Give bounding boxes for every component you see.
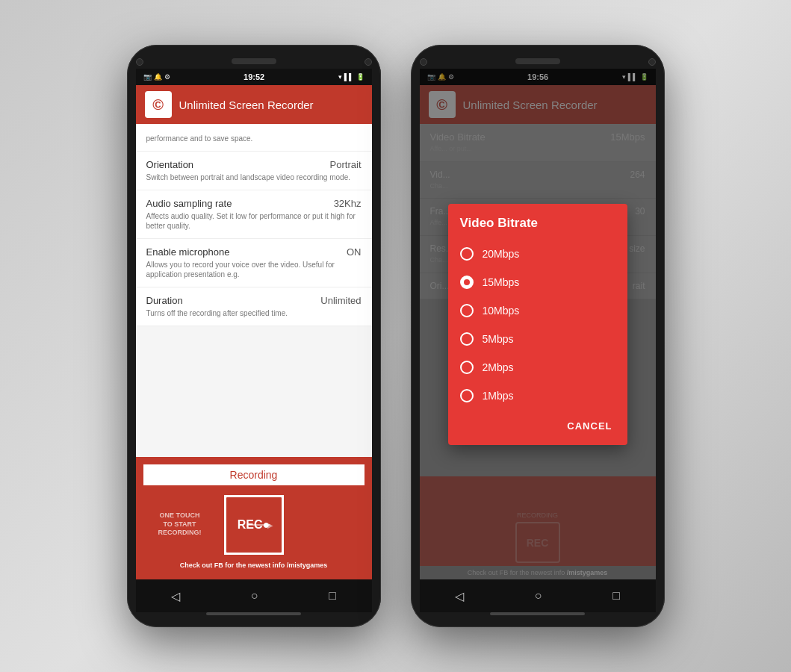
- duration-title: Duration: [146, 295, 183, 306]
- bitrate-dialog: Video Bitrate 20Mbps 15Mbps 10Mbps 5Mbps: [448, 204, 627, 445]
- corner-br: [275, 546, 284, 555]
- orientation-value: Portrait: [330, 159, 362, 170]
- radio-20mbps[interactable]: [460, 247, 474, 261]
- audio-value: 32Khz: [334, 198, 362, 209]
- front-camera: [136, 58, 143, 66]
- option-2mbps-label: 2Mbps: [483, 361, 514, 373]
- settings-orientation[interactable]: Orientation Portrait Switch between port…: [136, 152, 372, 190]
- phone-1: 📷 🔔 ⚙ 19:52 ▾ ▌▌ 🔋 © Unlimited Screen Re…: [127, 45, 381, 627]
- dialog-option-15mbps[interactable]: 15Mbps: [448, 268, 627, 296]
- orientation-desc: Switch between portrait and landscape vi…: [146, 172, 362, 182]
- rec-button[interactable]: REC●: [224, 495, 284, 555]
- status-time-1: 19:52: [243, 72, 264, 81]
- settings-audio[interactable]: Audio sampling rate 32Khz Affects audio …: [136, 190, 372, 239]
- recording-area-1: Recording ONE TOUCH TO START RECORDING! …: [136, 457, 372, 579]
- front-camera-4: [648, 58, 656, 66]
- radio-15mbps[interactable]: [460, 276, 474, 289]
- nav-bar-1: ◁ ○ □: [136, 579, 372, 612]
- settings-icon: ⚙: [164, 73, 170, 81]
- front-camera-3: [420, 58, 427, 66]
- dialog-title: Video Bitrate: [448, 216, 627, 240]
- cancel-button[interactable]: CANCEL: [561, 416, 618, 436]
- screen-2: 📷 🔔 ⚙ 19:56 ▾ ▌▌ 🔋 © Unlimited Screen Re…: [420, 69, 656, 579]
- back-button-1[interactable]: ◁: [171, 589, 180, 603]
- dialog-option-10mbps[interactable]: 10Mbps: [448, 296, 627, 325]
- speaker-2: [515, 58, 560, 64]
- mic-desc: Allows you to record your voice over the…: [146, 260, 362, 279]
- perf-text-item: performance and to save space.: [136, 124, 372, 152]
- settings-duration[interactable]: Duration Unlimited Turns off the recordi…: [136, 287, 372, 326]
- signal-icon: ▌▌: [344, 73, 354, 81]
- home-button-2[interactable]: ○: [535, 589, 542, 603]
- recording-tab-label: Recording: [230, 469, 278, 481]
- notification-icon: 🔔: [154, 73, 162, 81]
- status-icons-left: 📷 🔔 ⚙: [143, 73, 170, 81]
- home-indicator-1: [206, 612, 300, 615]
- radio-10mbps[interactable]: [460, 304, 474, 317]
- status-bar-1: 📷 🔔 ⚙ 19:52 ▾ ▌▌ 🔋: [136, 69, 372, 85]
- battery-icon: 🔋: [356, 73, 365, 81]
- duration-value: Unlimited: [320, 295, 361, 306]
- perf-text: performance and to save space.: [146, 134, 362, 143]
- dialog-option-20mbps[interactable]: 20Mbps: [448, 240, 627, 268]
- rec-label: REC●: [238, 518, 270, 532]
- speaker: [232, 58, 276, 64]
- option-10mbps-label: 10Mbps: [483, 305, 520, 317]
- dialog-option-1mbps[interactable]: 1Mbps: [448, 382, 627, 410]
- option-20mbps-label: 20Mbps: [483, 248, 520, 260]
- mic-value: ON: [347, 246, 362, 258]
- status-icons-right: ▾ ▌▌ 🔋: [338, 73, 365, 81]
- footer-text-1: Check out FB for the newest info: [180, 561, 287, 569]
- orientation-title: Orientation: [146, 159, 194, 170]
- radio-2mbps[interactable]: [460, 361, 474, 374]
- wifi-icon: ▾: [338, 73, 342, 81]
- corner-tr: [275, 495, 284, 504]
- recents-button-2[interactable]: □: [612, 589, 620, 603]
- dialog-overlay: Video Bitrate 20Mbps 15Mbps 10Mbps 5Mbps: [420, 69, 656, 579]
- app-header-1: © Unlimited Screen Recorder: [136, 85, 372, 124]
- dialog-option-5mbps[interactable]: 5Mbps: [448, 325, 627, 353]
- rec-hint-text: ONE TOUCH TO START RECORDING!: [158, 511, 202, 538]
- app-title-1: Unlimited Screen Recorder: [179, 99, 314, 111]
- option-1mbps-label: 1Mbps: [483, 390, 514, 402]
- audio-title: Audio sampling rate: [146, 198, 232, 209]
- radio-5mbps[interactable]: [460, 332, 474, 346]
- screenshot-icon: 📷: [143, 73, 152, 81]
- app-logo-1: ©: [145, 91, 172, 118]
- option-15mbps-label: 15Mbps: [483, 276, 520, 288]
- dialog-option-2mbps[interactable]: 2Mbps: [448, 353, 627, 382]
- screen-1: 📷 🔔 ⚙ 19:52 ▾ ▌▌ 🔋 © Unlimited Screen Re…: [136, 69, 372, 579]
- home-indicator-2: [490, 612, 584, 615]
- radio-1mbps[interactable]: [460, 389, 474, 402]
- corner-tl: [224, 495, 233, 504]
- mic-title: Enable microphone: [146, 246, 230, 258]
- rec-button-container: ONE TOUCH TO START RECORDING! ▶ REC●: [143, 491, 365, 559]
- recording-tab-1[interactable]: Recording: [143, 464, 365, 485]
- settings-microphone[interactable]: Enable microphone ON Allows you to recor…: [136, 239, 372, 287]
- nav-bar-2: ◁ ○ □: [420, 579, 656, 612]
- footer-1: Check out FB for the newest info /mistyg…: [143, 559, 365, 572]
- corner-bl: [224, 546, 233, 555]
- recents-button-1[interactable]: □: [329, 589, 336, 603]
- front-camera-2: [365, 58, 372, 66]
- dialog-actions: CANCEL: [448, 410, 627, 445]
- home-button-1[interactable]: ○: [251, 589, 258, 603]
- duration-desc: Turns off the recording after specified …: [146, 308, 362, 318]
- back-button-2[interactable]: ◁: [455, 589, 464, 603]
- option-5mbps-label: 5Mbps: [483, 333, 514, 345]
- phone-2: 📷 🔔 ⚙ 19:56 ▾ ▌▌ 🔋 © Unlimited Screen Re…: [411, 45, 665, 627]
- footer-link-1: /mistygames: [287, 561, 328, 569]
- audio-desc: Affects audio quality. Set it low for pe…: [146, 211, 362, 231]
- settings-list-1: performance and to save space. Orientati…: [136, 124, 372, 457]
